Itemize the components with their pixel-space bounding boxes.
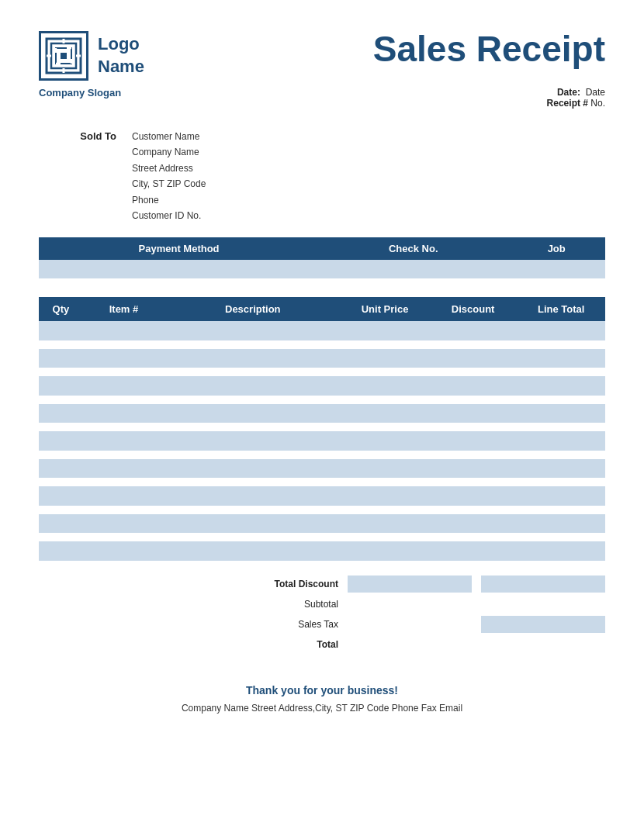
check-no-cell (319, 260, 507, 278)
logo-area: Logo Name (39, 31, 144, 81)
line-total-header: Line Total (517, 297, 605, 321)
row-0-cell-0 (39, 321, 83, 341)
totals-section: Total Discount Subtotal Sales Tax Total (39, 575, 605, 653)
row-spacer (39, 369, 605, 377)
table-row (39, 321, 605, 341)
row-2-cell-3 (341, 376, 429, 396)
table-row (39, 431, 605, 451)
row-6-cell-5 (517, 486, 605, 506)
row-spacer (39, 534, 605, 542)
grand-total-value2 (481, 636, 605, 653)
row-1-cell-5 (517, 349, 605, 369)
customer-id: Customer ID No. (132, 208, 206, 223)
row-8-cell-1 (83, 541, 164, 562)
footer-company-info: Company Name Street Address,City, ST ZIP… (39, 703, 605, 714)
sales-tax-row: Sales Tax (39, 616, 605, 633)
row-1-cell-1 (83, 349, 164, 369)
grand-total-label: Total (208, 639, 348, 650)
logo-svg (45, 37, 82, 74)
row-spacer (39, 396, 605, 404)
row-3-cell-2 (164, 404, 341, 424)
company-name: Company Name (132, 144, 206, 160)
grand-total-row: Total (39, 636, 605, 653)
payment-row (39, 260, 605, 278)
row-5-cell-1 (83, 459, 164, 479)
table-row (39, 459, 605, 479)
row-7-cell-5 (517, 514, 605, 534)
row-6-cell-4 (429, 486, 518, 506)
row-7-cell-4 (429, 514, 518, 534)
payment-method-header: Payment Method (39, 237, 319, 260)
total-discount-value (348, 575, 472, 593)
logo-icon (39, 31, 88, 81)
sales-tax-label: Sales Tax (208, 619, 348, 630)
total-discount-label: Total Discount (208, 579, 348, 589)
row-2-cell-2 (164, 376, 341, 396)
customer-name: Customer Name (132, 129, 206, 144)
table-row (39, 349, 605, 369)
table-row (39, 376, 605, 396)
row-1-cell-2 (164, 349, 341, 369)
row-spacer (39, 451, 605, 459)
table-row (39, 486, 605, 506)
row-1-cell-4 (429, 349, 518, 369)
row-1-cell-0 (39, 349, 83, 369)
date-label: Date: (557, 87, 580, 98)
row-5-cell-3 (341, 459, 429, 479)
qty-header: Qty (39, 297, 83, 321)
row-4-cell-1 (83, 431, 164, 451)
row-spacer (39, 341, 605, 349)
sold-to-details: Customer Name Company Name Street Addres… (132, 129, 206, 223)
row-6-cell-2 (164, 486, 341, 506)
row-0-cell-5 (517, 321, 605, 341)
title-area: Sales Receipt (373, 31, 605, 67)
phone: Phone (132, 192, 206, 208)
row-3-cell-1 (83, 404, 164, 424)
row-4-cell-0 (39, 431, 83, 451)
row-spacer (39, 424, 605, 432)
row-7-cell-2 (164, 514, 341, 534)
date-value: Date (586, 87, 605, 98)
row-8-cell-4 (429, 541, 518, 562)
receipt-label: Receipt # (547, 98, 591, 109)
row-3-cell-3 (341, 404, 429, 424)
row-3-cell-5 (517, 404, 605, 424)
total-discount-value2 (481, 575, 605, 593)
row-4-cell-2 (164, 431, 341, 451)
sold-to-label: Sold To (39, 129, 132, 223)
row-5-cell-2 (164, 459, 341, 479)
table-row (39, 541, 605, 562)
row-6-cell-1 (83, 486, 164, 506)
company-slogan: Company Slogan (39, 87, 121, 99)
table-row (39, 514, 605, 534)
item-header: Item # (83, 297, 164, 321)
subtotal-value (348, 596, 472, 613)
job-cell (507, 260, 605, 278)
row-8-cell-5 (517, 541, 605, 562)
header: Logo Name Sales Receipt (39, 31, 605, 81)
items-table: Qty Item # Description Unit Price Discou… (39, 297, 605, 563)
row-spacer (39, 479, 605, 487)
row-8-cell-3 (341, 541, 429, 562)
row-8-cell-2 (164, 541, 341, 562)
row-5-cell-4 (429, 459, 518, 479)
description-header: Description (164, 297, 341, 321)
sales-tax-value2 (481, 616, 605, 633)
sales-tax-value (348, 616, 472, 633)
row-6-cell-3 (341, 486, 429, 506)
discount-header: Discount (429, 297, 518, 321)
date-row: Date: Date (547, 87, 605, 98)
city-state-zip: City, ST ZIP Code (132, 176, 206, 192)
svg-rect-3 (61, 53, 67, 59)
sold-to-section: Sold To Customer Name Company Name Stree… (39, 129, 605, 223)
row-4-cell-4 (429, 431, 518, 451)
receipt-title: Sales Receipt (373, 31, 605, 67)
row-0-cell-3 (341, 321, 429, 341)
table-row (39, 404, 605, 424)
row-2-cell-4 (429, 376, 518, 396)
row-2-cell-5 (517, 376, 605, 396)
row-7-cell-3 (341, 514, 429, 534)
job-header: Job (507, 237, 605, 260)
receipt-value: No. (590, 98, 605, 109)
row-0-cell-4 (429, 321, 518, 341)
